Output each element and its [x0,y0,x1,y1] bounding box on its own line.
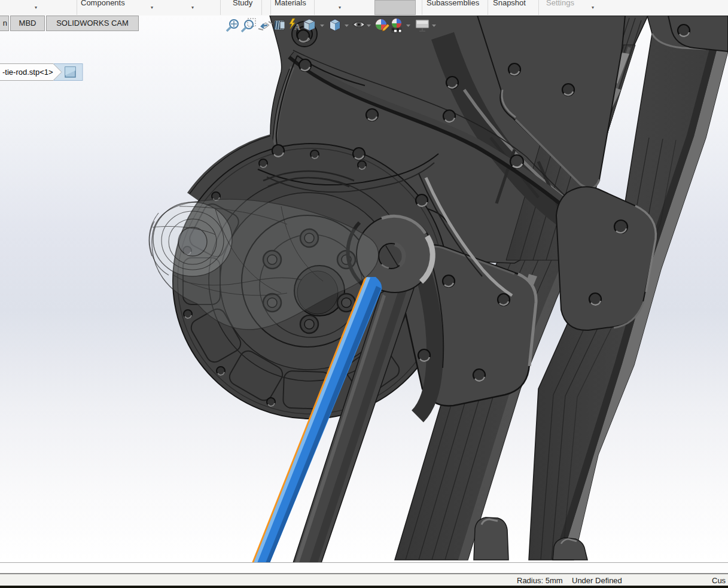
svg-text:A: A [294,23,301,32]
svg-text:-tie-rod.stp<1>: -tie-rod.stp<1> [2,68,53,77]
